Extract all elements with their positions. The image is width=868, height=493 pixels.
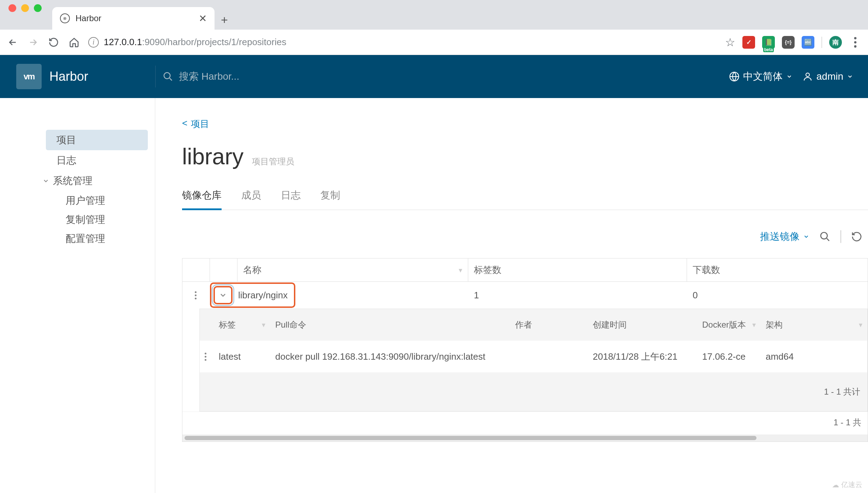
addressbar-actions: ☆ ✓ 📗beta {=} 🔤 南 bbox=[725, 36, 862, 49]
url-field[interactable]: i 127.0.0.1:9090/harbor/projects/1/repos… bbox=[88, 37, 717, 48]
separator bbox=[821, 37, 822, 48]
app-header: vm Harbor 搜索 Harbor... 中文简体 admin bbox=[0, 55, 868, 98]
expand-row-button[interactable] bbox=[213, 286, 233, 304]
row-menu-icon[interactable] bbox=[195, 291, 198, 299]
chevron-down-icon bbox=[42, 177, 49, 184]
extension-icon-2[interactable]: 📗beta bbox=[762, 36, 775, 49]
header-right: 中文简体 admin bbox=[729, 70, 868, 83]
search-icon[interactable] bbox=[819, 231, 831, 242]
tag-name: latest bbox=[214, 351, 270, 362]
tab-members[interactable]: 成员 bbox=[241, 189, 261, 209]
browser-tabbar: ⎈ Harbor ✕ + bbox=[0, 0, 868, 30]
close-tab-button[interactable]: ✕ bbox=[199, 13, 207, 24]
brand[interactable]: vm Harbor bbox=[0, 64, 155, 89]
back-button[interactable] bbox=[6, 36, 19, 49]
translate-icon[interactable]: 🔤 bbox=[802, 36, 814, 49]
tag-arch: amd64 bbox=[761, 351, 867, 362]
tab-replication[interactable]: 复制 bbox=[320, 189, 340, 209]
sidebar-item-config[interactable]: 配置管理 bbox=[0, 229, 155, 248]
tag-docker-ver: 17.06.2-ce bbox=[697, 351, 761, 362]
refresh-icon[interactable] bbox=[851, 231, 862, 242]
global-search[interactable]: 搜索 Harbor... bbox=[155, 66, 729, 87]
globe-icon bbox=[729, 71, 740, 82]
user-name: admin bbox=[816, 71, 843, 82]
svg-point-2 bbox=[854, 45, 857, 48]
svg-point-1 bbox=[854, 41, 857, 43]
table-footer-text: 1 - 1 共 bbox=[833, 417, 861, 428]
brand-logo: vm bbox=[16, 64, 42, 89]
breadcrumb-label: 项目 bbox=[191, 118, 209, 130]
site-info-icon[interactable]: i bbox=[88, 37, 99, 48]
sidebar-group-system[interactable]: 系统管理 bbox=[0, 171, 155, 191]
bookmark-icon[interactable]: ☆ bbox=[725, 36, 735, 49]
url-host: 127.0.0.1 bbox=[104, 37, 142, 47]
sidebar-item-users[interactable]: 用户管理 bbox=[0, 191, 155, 210]
row-menu-icon[interactable] bbox=[205, 353, 207, 361]
table-row[interactable]: library/nginx 1 0 bbox=[182, 282, 868, 309]
pull-command: docker pull 192.168.31.143:9090/library/… bbox=[270, 351, 510, 362]
col-author[interactable]: 作者 bbox=[515, 319, 532, 330]
col-arch[interactable]: 架构 bbox=[766, 319, 783, 330]
expand-highlight: library/nginx bbox=[210, 282, 295, 308]
col-tags[interactable]: 标签数 bbox=[474, 264, 501, 276]
extension-icon-3[interactable]: {=} bbox=[782, 36, 795, 49]
close-window-button[interactable] bbox=[8, 4, 16, 12]
tab-repositories[interactable]: 镜像仓库 bbox=[182, 189, 222, 210]
tab-logs[interactable]: 日志 bbox=[281, 189, 301, 209]
profile-avatar[interactable]: 南 bbox=[829, 36, 842, 49]
minimize-window-button[interactable] bbox=[21, 4, 29, 12]
repositories-table: 名称 ▾ 标签数 下载数 bbox=[182, 258, 868, 442]
filter-icon[interactable]: ▾ bbox=[262, 321, 265, 329]
forward-button[interactable] bbox=[27, 36, 40, 49]
url-path: :9090/harbor/projects/1/repositories bbox=[142, 37, 286, 47]
tag-row[interactable]: latest docker pull 192.168.31.143:9090/l… bbox=[200, 341, 867, 372]
tags-table: 标签 ▾ Pull命令 作者 创建时间 Docker版本 ▾ bbox=[199, 309, 868, 412]
maximize-window-button[interactable] bbox=[34, 4, 42, 12]
tab-title: Harbor bbox=[76, 13, 193, 23]
browser-addressbar: i 127.0.0.1:9090/harbor/projects/1/repos… bbox=[0, 30, 868, 55]
home-button[interactable] bbox=[68, 36, 80, 49]
filter-icon[interactable]: ▾ bbox=[859, 321, 862, 329]
col-tag[interactable]: 标签 bbox=[219, 319, 236, 330]
sidebar-item-projects[interactable]: 项目 bbox=[46, 130, 148, 150]
col-downloads[interactable]: 下载数 bbox=[693, 264, 720, 276]
new-tab-button[interactable]: + bbox=[215, 10, 234, 30]
sidebar: 项目 日志 系统管理 用户管理 复制管理 配置管理 bbox=[0, 98, 155, 493]
scrollbar-thumb[interactable] bbox=[185, 436, 757, 440]
extension-icon-1[interactable]: ✓ bbox=[742, 36, 755, 49]
svg-point-6 bbox=[821, 232, 827, 239]
action-bar: 推送镜像 bbox=[182, 230, 868, 243]
tags-header: 标签 ▾ Pull命令 作者 创建时间 Docker版本 ▾ bbox=[200, 309, 867, 341]
svg-point-5 bbox=[806, 73, 809, 77]
tabs: 镜像仓库 成员 日志 复制 bbox=[182, 189, 868, 210]
cloud-icon: ☁ bbox=[832, 481, 839, 489]
col-docker[interactable]: Docker版本 bbox=[702, 319, 746, 330]
push-image-button[interactable]: 推送镜像 bbox=[760, 230, 809, 243]
chevron-down-icon bbox=[847, 73, 853, 80]
svg-point-3 bbox=[164, 73, 170, 79]
repo-tags: 1 bbox=[468, 290, 687, 301]
col-created[interactable]: 创建时间 bbox=[593, 319, 627, 330]
separator bbox=[840, 230, 841, 243]
project-role: 项目管理员 bbox=[252, 156, 294, 167]
language-selector[interactable]: 中文简体 bbox=[729, 70, 792, 83]
repo-name[interactable]: library/nginx bbox=[238, 290, 288, 301]
col-name[interactable]: 名称 bbox=[243, 264, 261, 276]
language-label: 中文简体 bbox=[743, 70, 783, 83]
sidebar-item-logs[interactable]: 日志 bbox=[0, 150, 155, 171]
user-menu[interactable]: admin bbox=[802, 71, 853, 82]
col-pull[interactable]: Pull命令 bbox=[275, 319, 306, 330]
table-header: 名称 ▾ 标签数 下载数 bbox=[182, 258, 868, 282]
table-footer: 1 - 1 共 bbox=[182, 412, 868, 433]
browser-menu-button[interactable] bbox=[849, 36, 862, 49]
sidebar-item-replication[interactable]: 复制管理 bbox=[0, 210, 155, 229]
filter-icon[interactable]: ▾ bbox=[752, 321, 756, 329]
breadcrumb-back[interactable]: < 项目 bbox=[182, 118, 209, 130]
horizontal-scrollbar[interactable] bbox=[182, 434, 868, 442]
tab-favicon: ⎈ bbox=[60, 13, 70, 23]
window-controls bbox=[5, 0, 52, 30]
tags-footer-text: 1 - 1 共计 bbox=[824, 386, 860, 397]
reload-button[interactable] bbox=[47, 36, 60, 49]
browser-tab[interactable]: ⎈ Harbor ✕ bbox=[52, 7, 215, 30]
filter-icon[interactable]: ▾ bbox=[459, 266, 462, 274]
